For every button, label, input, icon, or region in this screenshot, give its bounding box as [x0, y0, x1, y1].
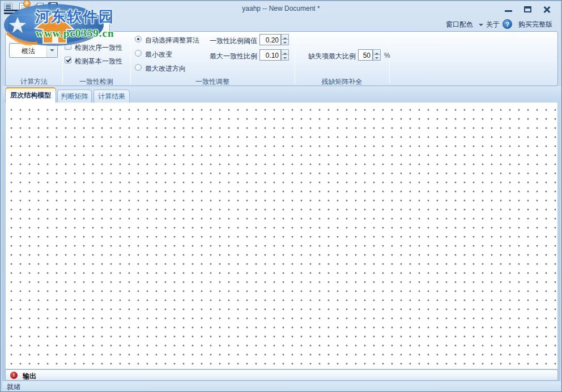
percent-suffix: % [384, 52, 390, 59]
ribbon-panel: 根法 计算方法 检测次序一致性 检测基本一致性 一致性检测 自动选择调整算法 最… [5, 31, 558, 86]
spinner-buttons [281, 34, 289, 45]
help-icon[interactable]: ? [503, 19, 512, 29]
spin-up-icon[interactable] [281, 49, 289, 55]
spinner-buttons [281, 49, 289, 61]
spinner-label-cr-threshold: 一致性比例阈值 [195, 36, 257, 46]
spinner-label-missing-ratio: 缺失项最大比例 [296, 52, 356, 61]
spin-down-icon[interactable] [281, 55, 289, 61]
about-menu[interactable]: 关于 [486, 19, 500, 29]
output-panel-header[interactable]: ! 输出 [5, 369, 558, 381]
doctab-hierarchy-model[interactable]: 层次结构模型 [5, 87, 56, 103]
radio-unselected[interactable] [135, 50, 142, 57]
spin-down-icon[interactable] [281, 40, 289, 45]
group-separator [295, 35, 295, 84]
group-separator [130, 35, 131, 84]
doctab-calc-results[interactable]: 计算结果 [93, 90, 130, 103]
window-color-menu[interactable]: 窗口配色 [446, 19, 473, 29]
cr-threshold-spinner[interactable]: 0.20 [259, 34, 289, 45]
model-canvas[interactable] [5, 103, 558, 369]
group-label-incomplete-matrix: 残缺矩阵补全 [295, 77, 389, 87]
chevron-down-icon [50, 49, 54, 54]
checkbox-unchecked[interactable] [65, 43, 71, 50]
combobox-dropdown-button[interactable] [46, 44, 57, 57]
minimize-button[interactable] [501, 5, 516, 14]
checkbox-label: 检测基本一致性 [75, 57, 122, 66]
checkbox-label: 检测次序一致性 [75, 43, 122, 53]
spin-up-icon[interactable] [281, 34, 289, 40]
spin-up-icon[interactable] [373, 49, 381, 55]
radio-label: 最小改变 [145, 50, 172, 59]
tab-home[interactable]: 主页 [36, 16, 65, 31]
buy-full-version-menu[interactable]: 购买完整版 [518, 19, 552, 29]
tab-calc-options[interactable]: 计算选项 [67, 16, 110, 32]
close-button[interactable] [539, 5, 554, 14]
spinner-buttons [373, 49, 381, 61]
radio-label: 自动选择调整算法 [145, 36, 199, 45]
calc-method-combobox[interactable]: 根法 [9, 43, 58, 58]
combobox-value: 根法 [10, 46, 47, 56]
status-bar: 就绪 [2, 381, 561, 391]
tab-file[interactable]: 文件 [8, 16, 34, 32]
window-title: yaahp -- New Document * [1, 5, 561, 12]
checkbox-checked[interactable] [65, 57, 71, 63]
missing-ratio-spinner[interactable]: 50 [358, 49, 381, 61]
group-label-calc-method: 计算方法 [6, 77, 62, 87]
spinner-value[interactable]: 0.10 [259, 49, 281, 61]
maximize-icon [524, 6, 531, 12]
spinner-label-max-cr: 最大一致性比例 [195, 52, 257, 61]
close-icon [543, 6, 551, 14]
maximize-button[interactable] [521, 5, 535, 14]
document-tab-bar: 层次结构模型 判断矩阵 计算结果 [2, 86, 561, 103]
group-label-consistency-adjust: 一致性调整 [130, 77, 295, 87]
alert-icon: ! [10, 372, 18, 379]
spinner-value[interactable]: 0.20 [259, 34, 281, 45]
max-cr-spinner[interactable]: 0.10 [259, 49, 289, 61]
chevron-down-icon[interactable] [479, 24, 483, 28]
minimize-icon [505, 10, 512, 12]
title-bar[interactable]: yaahp -- New Document * [1, 1, 561, 16]
status-text: 就绪 [7, 382, 20, 392]
doctab-judgment-matrix[interactable]: 判断矩阵 [57, 90, 92, 103]
radio-unselected[interactable] [135, 64, 142, 71]
radio-selected[interactable] [135, 36, 142, 42]
app-window: yaahp -- New Document * 文件 主页 计算选项 窗口配色 … [0, 0, 562, 392]
group-separator [62, 35, 63, 84]
output-panel-label: 输出 [23, 372, 36, 381]
spin-down-icon[interactable] [373, 55, 381, 61]
spinner-value[interactable]: 50 [358, 49, 373, 61]
alert-exclamation: ! [10, 372, 18, 379]
radio-label: 最大改进方向 [145, 64, 186, 74]
group-label-consistency-check: 一致性检测 [62, 77, 130, 87]
